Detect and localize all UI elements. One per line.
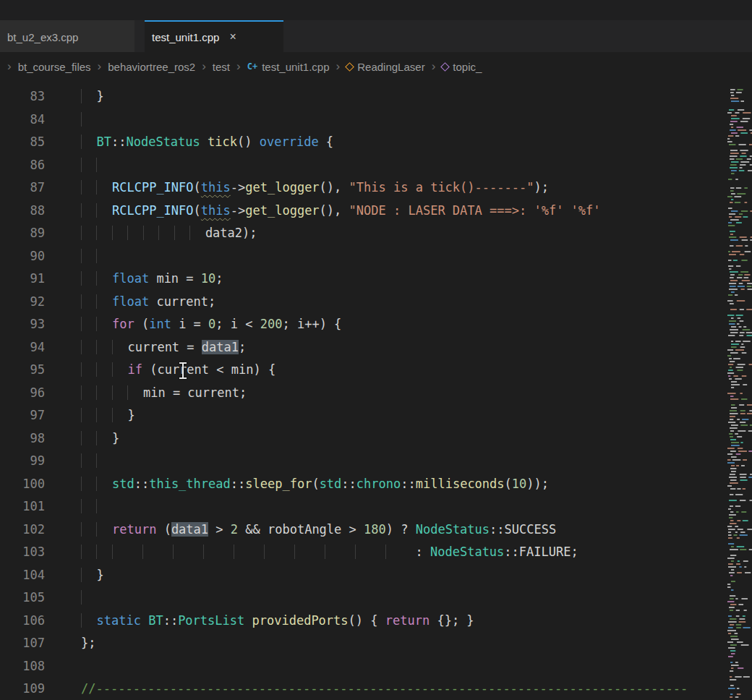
- line-number: 90: [0, 245, 45, 268]
- code-text: //--------------------------------------…: [81, 678, 688, 700]
- tab-bt_u2_ex3.cpp[interactable]: bt_u2_ex3.cpp: [0, 20, 134, 52]
- code-text: [81, 154, 112, 177]
- code-line-101[interactable]: 101: [0, 495, 752, 518]
- breadcrumb-label: test: [213, 61, 230, 73]
- line-number: 86: [0, 154, 45, 177]
- code-text: };: [81, 632, 95, 655]
- code-text: }: [81, 85, 104, 108]
- cpp-file-icon: C+: [247, 61, 257, 72]
- code-text: : NodeStatus::FAILURE;: [81, 541, 578, 564]
- code-text: RCLCPP_INFO(this->get_logger(), "NODE : …: [81, 200, 601, 223]
- code-line-103[interactable]: 103 : NodeStatus::FAILURE;: [0, 541, 752, 564]
- line-number: 96: [0, 382, 45, 405]
- line-number: 84: [0, 108, 45, 132]
- breadcrumb-item-behaviortree-ros2[interactable]: behaviortree_ros2: [108, 61, 195, 73]
- code-line-104[interactable]: 104 }: [0, 564, 752, 587]
- code-line-84[interactable]: 84: [0, 108, 752, 132]
- code-line-91[interactable]: 91 float min = 10;: [0, 268, 752, 291]
- line-number: 91: [0, 268, 45, 291]
- tab-test_unit1.cpp[interactable]: test_unit1.cpp×: [145, 20, 283, 52]
- chevron-right-icon: ›: [236, 59, 241, 74]
- breadcrumb: ›bt_course_files›behaviortree_ros2›test›…: [0, 52, 752, 81]
- minimap[interactable]: [727, 81, 752, 700]
- line-number: 101: [0, 495, 45, 518]
- tab-label: test_unit1.cpp: [152, 31, 219, 43]
- breadcrumb-item-test-unit1-cpp[interactable]: C+test_unit1.cpp: [247, 61, 330, 73]
- code-line-94[interactable]: 94 current = data1;: [0, 336, 752, 359]
- code-text: return (data1 > 2 && robotAngle > 180) ?…: [81, 518, 556, 542]
- code-line-86[interactable]: 86: [0, 154, 752, 177]
- line-number: 106: [0, 610, 45, 633]
- chevron-right-icon: ›: [336, 59, 341, 74]
- line-number: 87: [0, 176, 45, 200]
- method-symbol-icon: [440, 62, 450, 72]
- code-line-85[interactable]: 85 BT::NodeStatus tick() override {: [0, 131, 752, 154]
- chevron-right-icon: ›: [202, 59, 206, 74]
- code-text: [81, 245, 112, 268]
- chevron-right-icon: ›: [7, 59, 12, 74]
- code-line-102[interactable]: 102 return (data1 > 2 && robotAngle > 18…: [0, 518, 752, 542]
- line-number: 99: [0, 450, 45, 473]
- line-number: 97: [0, 404, 45, 427]
- breadcrumb-label: topic_: [453, 61, 482, 73]
- code-line-95[interactable]: 95 if (current < min) {: [0, 359, 752, 382]
- code-line-106[interactable]: 106 static BT::PortsList providedPorts()…: [0, 610, 752, 633]
- line-number: 89: [0, 222, 45, 245]
- code-text: float min = 10;: [81, 268, 223, 291]
- tab-bar: bt_u2_ex3.cpptest_unit1.cpp×: [0, 20, 752, 52]
- code-text: [81, 108, 96, 132]
- code-line-89[interactable]: 89 data2);: [0, 222, 752, 245]
- breadcrumb-item-bt-course-files[interactable]: bt_course_files: [18, 61, 91, 73]
- chevron-right-icon: ›: [432, 59, 436, 74]
- line-number: 85: [0, 131, 45, 154]
- code-line-108[interactable]: 108: [0, 655, 752, 678]
- line-number: 88: [0, 200, 45, 223]
- code-line-83[interactable]: 83 }: [0, 85, 752, 108]
- code-line-109[interactable]: 109//-----------------------------------…: [0, 678, 752, 700]
- line-number: 105: [0, 586, 45, 610]
- code-line-98[interactable]: 98 }: [0, 427, 752, 451]
- breadcrumb-label: test_unit1.cpp: [262, 61, 329, 73]
- code-line-107[interactable]: 107};: [0, 632, 752, 655]
- code-line-97[interactable]: 97 }: [0, 404, 752, 427]
- code-text: }: [81, 427, 119, 451]
- code-text: }: [81, 404, 135, 427]
- code-text: min = current;: [81, 382, 247, 405]
- code-text: float current;: [81, 291, 215, 314]
- breadcrumb-item-ReadingLaser[interactable]: ReadingLaser: [346, 61, 424, 73]
- code-editor[interactable]: 83 }84 85 BT::NodeStatus tick() override…: [0, 81, 752, 700]
- code-line-90[interactable]: 90: [0, 245, 752, 268]
- line-number: 95: [0, 359, 45, 382]
- code-line-88[interactable]: 88 RCLCPP_INFO(this->get_logger(), "NODE…: [0, 200, 752, 223]
- code-text: current = data1;: [81, 336, 246, 359]
- line-number: 102: [0, 518, 45, 542]
- code-text: static BT::PortsList providedPorts() { r…: [81, 610, 474, 633]
- code-line-93[interactable]: 93 for (int i = 0; i < 200; i++) {: [0, 313, 752, 336]
- breadcrumb-label: behaviortree_ros2: [108, 61, 195, 73]
- line-number: 98: [0, 427, 45, 451]
- code-line-96[interactable]: 96 min = current;: [0, 382, 752, 405]
- code-line-99[interactable]: 99: [0, 450, 752, 473]
- breadcrumb-label: bt_course_files: [18, 61, 91, 73]
- title-bar: [0, 0, 752, 20]
- vscode-window: bt_u2_ex3.cpptest_unit1.cpp× ›bt_course_…: [0, 0, 752, 81]
- tab-close-icon[interactable]: ×: [228, 30, 237, 43]
- code-text: std::this_thread::sleep_for(std::chrono:…: [81, 473, 549, 496]
- breadcrumb-item-test[interactable]: test: [213, 61, 230, 73]
- line-number: 104: [0, 564, 45, 587]
- code-line-92[interactable]: 92 float current;: [0, 291, 752, 314]
- code-line-105[interactable]: 105: [0, 586, 752, 610]
- code-text: data2);: [81, 222, 257, 245]
- code-text: BT::NodeStatus tick() override {: [81, 131, 333, 154]
- line-number: 109: [0, 678, 45, 700]
- line-number: 103: [0, 541, 45, 564]
- code-line-100[interactable]: 100 std::this_thread::sleep_for(std::chr…: [0, 473, 752, 496]
- breadcrumb-item-topic-[interactable]: topic_: [442, 61, 482, 73]
- ibeam-pointer: [178, 362, 188, 380]
- class-symbol-icon: [345, 62, 354, 72]
- code-line-87[interactable]: 87 RCLCPP_INFO(this->get_logger(), "This…: [0, 176, 752, 200]
- code-text: }: [81, 564, 104, 587]
- code-text: [81, 450, 112, 473]
- tab-label: bt_u2_ex3.cpp: [7, 31, 78, 43]
- line-number: 83: [0, 85, 45, 108]
